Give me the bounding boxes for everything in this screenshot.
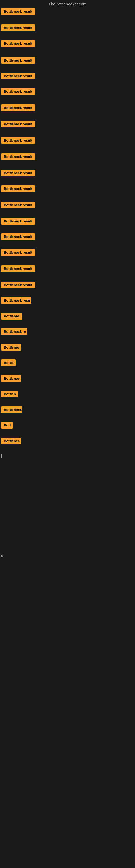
bottleneck-item-8: Bottleneck result xyxy=(1,121,35,129)
bottleneck-badge-28: Bottlenec xyxy=(1,437,21,444)
bottleneck-item-10: Bottleneck result xyxy=(1,153,35,161)
bottleneck-badge-6: Bottleneck result xyxy=(1,88,35,95)
bottleneck-badge-5: Bottleneck result xyxy=(1,73,35,80)
bottleneck-badge-9: Bottleneck result xyxy=(1,137,35,144)
bottleneck-badge-24: Bottlenec xyxy=(1,375,21,382)
bottleneck-badge-25: Bottlen xyxy=(1,391,18,397)
single-char: c xyxy=(1,553,3,558)
bottleneck-badge-17: Bottleneck result xyxy=(1,265,35,272)
bottleneck-badge-22: Bottlenec xyxy=(1,344,21,351)
bottleneck-badge-26: Bottleneck xyxy=(1,406,22,413)
bottleneck-item-1: Bottleneck result xyxy=(1,8,35,16)
page-wrapper: TheBottlenecker.com Bottleneck resultBot… xyxy=(0,0,135,868)
bottleneck-badge-7: Bottleneck result xyxy=(1,104,35,111)
bottleneck-item-23: Bottle xyxy=(1,360,16,367)
bottleneck-badge-20: Bottlenec xyxy=(1,313,22,319)
bottleneck-item-7: Bottleneck result xyxy=(1,104,35,112)
bottleneck-badge-11: Bottleneck result xyxy=(1,169,35,176)
bottleneck-badge-12: Bottleneck result xyxy=(1,185,35,192)
bottleneck-badge-13: Bottleneck result xyxy=(1,202,35,208)
bottleneck-badge-1: Bottleneck result xyxy=(1,8,35,15)
bottleneck-item-11: Bottleneck result xyxy=(1,169,35,177)
bottleneck-badge-3: Bottleneck result xyxy=(1,40,35,47)
bottleneck-badge-18: Bottleneck result xyxy=(1,282,35,288)
bottleneck-item-9: Bottleneck result xyxy=(1,137,35,145)
bottleneck-item-12: Bottleneck result xyxy=(1,185,35,193)
bottleneck-item-4: Bottleneck result xyxy=(1,57,35,65)
bottleneck-item-17: Bottleneck result xyxy=(1,265,35,273)
bottleneck-item-18: Bottleneck result xyxy=(1,282,35,289)
bottleneck-badge-8: Bottleneck result xyxy=(1,121,35,127)
bottleneck-badge-15: Bottleneck result xyxy=(1,233,35,240)
bottleneck-item-24: Bottlenec xyxy=(1,375,21,383)
bottleneck-item-15: Bottleneck result xyxy=(1,233,35,241)
bottleneck-item-5: Bottleneck result xyxy=(1,73,35,81)
bottleneck-badge-2: Bottleneck result xyxy=(1,24,35,31)
bottleneck-item-19: Bottleneck resu xyxy=(1,297,31,305)
bottleneck-badge-10: Bottleneck result xyxy=(1,153,35,160)
bottleneck-item-3: Bottleneck result xyxy=(1,40,35,48)
bottleneck-item-13: Bottleneck result xyxy=(1,202,35,209)
site-title: TheBottlenecker.com xyxy=(0,0,135,7)
bottleneck-item-14: Bottleneck result xyxy=(1,218,35,226)
bottleneck-item-21: Bottleneck re xyxy=(1,328,27,336)
bottleneck-badge-14: Bottleneck result xyxy=(1,218,35,225)
bottleneck-badge-27: Bott xyxy=(1,422,13,429)
bottleneck-item-22: Bottlenec xyxy=(1,344,21,352)
bottleneck-item-6: Bottleneck result xyxy=(1,88,35,96)
bottleneck-item-16: Bottleneck result xyxy=(1,249,35,257)
bottleneck-badge-21: Bottleneck re xyxy=(1,328,27,335)
bottleneck-item-26: Bottleneck xyxy=(1,406,22,414)
bottleneck-badge-19: Bottleneck resu xyxy=(1,297,31,304)
bottleneck-badge-4: Bottleneck result xyxy=(1,57,35,64)
bottleneck-item-28: Bottlenec xyxy=(1,437,21,445)
text-cursor xyxy=(1,454,2,458)
bottleneck-item-20: Bottlenec xyxy=(1,313,22,321)
bottleneck-item-27: Bott xyxy=(1,422,13,430)
bottleneck-item-2: Bottleneck result xyxy=(1,24,35,32)
bottleneck-badge-23: Bottle xyxy=(1,360,16,366)
bottleneck-item-25: Bottlen xyxy=(1,391,18,399)
bottleneck-badge-16: Bottleneck result xyxy=(1,249,35,256)
